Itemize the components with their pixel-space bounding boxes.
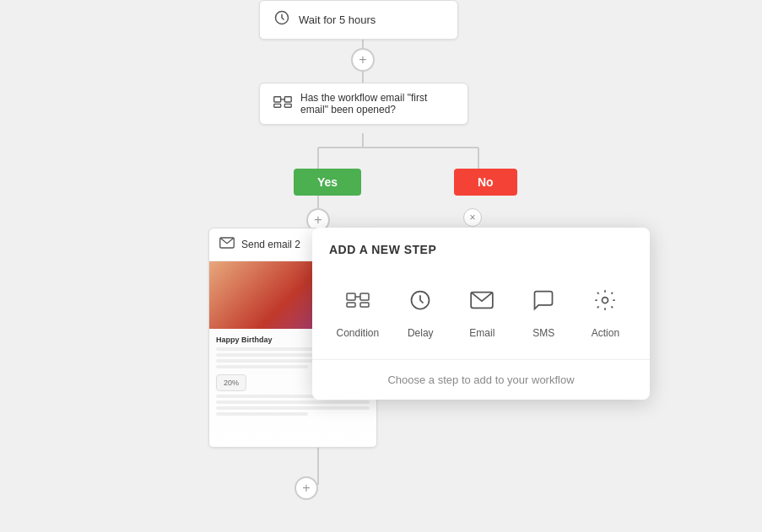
close-no-branch-button[interactable]: × bbox=[463, 208, 482, 227]
condition-icon bbox=[273, 94, 292, 115]
svg-rect-10 bbox=[274, 96, 281, 101]
condition-step-icon bbox=[338, 280, 378, 320]
step-action-label: Action bbox=[592, 327, 619, 339]
condition-node: Has the workflow email "first email" bee… bbox=[259, 83, 468, 125]
send-email-label: Send email 2 bbox=[241, 239, 300, 250]
preview-badge: 20% bbox=[216, 374, 246, 391]
svg-rect-16 bbox=[347, 293, 355, 300]
condition-node-label: Has the workflow email "first email" bee… bbox=[300, 92, 454, 116]
preview-text-7 bbox=[216, 406, 370, 410]
svg-rect-12 bbox=[274, 104, 281, 107]
preview-text-8 bbox=[216, 412, 308, 416]
add-step-button-1[interactable]: + bbox=[351, 48, 375, 72]
svg-rect-11 bbox=[284, 96, 291, 101]
modal-title: ADD A NEW STEP bbox=[312, 228, 650, 266]
svg-rect-13 bbox=[284, 104, 291, 107]
svg-rect-18 bbox=[347, 303, 355, 307]
add-step-button-bottom[interactable]: + bbox=[295, 476, 318, 500]
svg-rect-19 bbox=[360, 303, 369, 307]
add-new-step-modal: ADD A NEW STEP Condition bbox=[312, 228, 650, 400]
step-condition[interactable]: Condition bbox=[327, 273, 390, 346]
clock-icon bbox=[273, 9, 290, 30]
email-step-icon bbox=[462, 280, 502, 320]
modal-footer-text: Choose a step to add to your workflow bbox=[312, 360, 650, 400]
step-delay[interactable]: Delay bbox=[390, 273, 451, 346]
step-sms[interactable]: SMS bbox=[513, 273, 574, 346]
no-branch-button[interactable]: No bbox=[454, 169, 517, 196]
step-email-label: Email bbox=[469, 327, 494, 339]
step-condition-label: Condition bbox=[337, 327, 380, 339]
modal-steps-row: Condition Delay bbox=[312, 266, 650, 360]
step-email[interactable]: Email bbox=[451, 273, 512, 346]
action-step-icon bbox=[585, 280, 625, 320]
delay-step-icon bbox=[400, 280, 440, 320]
email-node-icon bbox=[219, 237, 235, 252]
step-sms-label: SMS bbox=[532, 327, 554, 339]
wait-node-label: Wait for 5 hours bbox=[299, 13, 376, 26]
sms-step-icon bbox=[523, 280, 564, 320]
svg-rect-17 bbox=[360, 293, 369, 300]
step-action[interactable]: Action bbox=[575, 273, 635, 346]
preview-text-6 bbox=[216, 400, 370, 404]
yes-branch-button[interactable]: Yes bbox=[294, 169, 361, 196]
step-delay-label: Delay bbox=[408, 327, 434, 339]
svg-point-23 bbox=[603, 298, 608, 304]
preview-text-4 bbox=[216, 365, 308, 368]
wait-node: Wait for 5 hours bbox=[259, 0, 458, 40]
